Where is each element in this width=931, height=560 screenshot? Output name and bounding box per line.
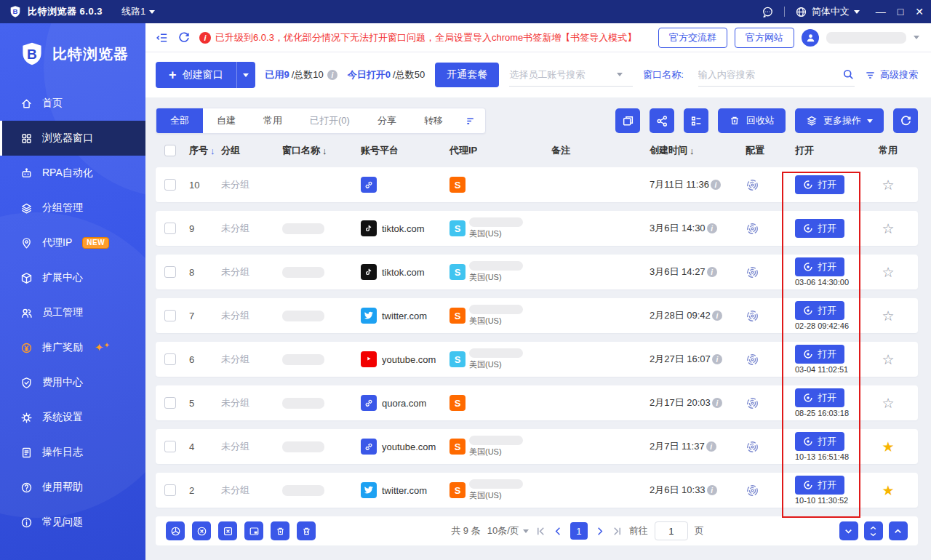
row-checkbox[interactable] — [164, 441, 176, 452]
tab-all[interactable]: 全部 — [156, 108, 203, 133]
fingerprint-config-icon[interactable] — [746, 309, 759, 323]
official-site-button[interactable]: 官方网站 — [735, 28, 794, 48]
goto-page-input[interactable] — [655, 521, 688, 540]
row-checkbox[interactable] — [164, 179, 176, 191]
sidebar-item-info[interactable]: 常见问题 — [0, 505, 145, 540]
first-page-icon[interactable] — [535, 526, 546, 537]
clear-cache-button[interactable] — [166, 521, 185, 540]
scroll-up-button[interactable] — [889, 521, 908, 540]
line-selector[interactable]: 线路1 — [121, 5, 155, 18]
fingerprint-config-icon[interactable] — [746, 265, 759, 279]
close-all-windows-button[interactable] — [192, 521, 211, 540]
row-checkbox[interactable] — [164, 353, 176, 365]
open-window-button[interactable]: 打开 — [795, 345, 844, 364]
share-button[interactable] — [650, 108, 674, 133]
current-page[interactable]: 1 — [570, 522, 588, 540]
row-checkbox[interactable] — [164, 266, 176, 278]
row-checkbox[interactable] — [164, 484, 176, 496]
sidebar-item-pin[interactable]: 代理IP NEW — [0, 225, 145, 260]
create-window-button[interactable]: +创建窗口 — [156, 62, 255, 88]
page-size-select[interactable]: 10条/页 — [487, 524, 529, 537]
sidebar-item-people[interactable]: 员工管理 — [0, 295, 145, 330]
favorite-star-icon[interactable]: ★ — [882, 440, 894, 454]
close-button[interactable]: ✕ — [915, 6, 924, 17]
avatar[interactable] — [802, 29, 819, 47]
favorite-star-icon[interactable]: ☆ — [882, 309, 894, 323]
open-window-button[interactable]: 打开 — [795, 301, 844, 320]
tab-transferred[interactable]: 转移 — [410, 108, 457, 133]
official-group-button[interactable]: 官方交流群 — [658, 28, 727, 48]
tab-shared[interactable]: 分享 — [364, 108, 410, 133]
recycle-bin-button[interactable]: 回收站 — [718, 108, 786, 133]
restore-trash-button[interactable] — [271, 521, 289, 540]
create-window-dropdown[interactable] — [236, 62, 255, 88]
minimize-button[interactable]: — — [876, 6, 886, 17]
chevron-down-icon[interactable] — [914, 36, 919, 39]
fingerprint-config-icon[interactable] — [746, 353, 759, 367]
scroll-down-button[interactable] — [839, 521, 858, 540]
window-name-search-input[interactable] — [698, 64, 838, 86]
sidebar-item-home[interactable]: 首页 — [0, 86, 145, 121]
batch-windows-button[interactable] — [615, 108, 640, 133]
favorite-star-icon[interactable]: ★ — [882, 484, 894, 497]
chevron-down-icon[interactable] — [617, 73, 623, 76]
support-chat-icon[interactable] — [762, 6, 774, 18]
tab-self-created[interactable]: 自建 — [203, 108, 249, 133]
share-icon — [656, 115, 668, 127]
fingerprint-config-icon[interactable] — [746, 178, 759, 192]
tab-opened[interactable]: 已打开(0) — [296, 108, 364, 133]
last-page-icon[interactable] — [612, 526, 623, 537]
open-window-button[interactable]: 打开 — [795, 388, 844, 407]
sort-desc-icon[interactable]: ↓ — [690, 145, 695, 156]
more-actions-button[interactable]: 更多操作 — [795, 108, 884, 133]
favorite-star-icon[interactable]: ☆ — [882, 222, 894, 236]
employee-account-select[interactable] — [509, 64, 617, 86]
sidebar-item-doc[interactable]: 操作日志 — [0, 435, 145, 470]
collapse-panel-button[interactable] — [864, 521, 883, 540]
language-selector[interactable]: 简体中文 — [795, 5, 860, 18]
open-window-button[interactable]: 打开 — [795, 175, 844, 194]
sort-desc-icon[interactable]: ↓ — [210, 145, 215, 156]
sidebar-item-robot[interactable]: RPA自动化 — [0, 156, 145, 191]
sidebar-item-box[interactable]: 扩展中心 — [0, 260, 145, 295]
row-checkbox[interactable] — [164, 310, 176, 321]
row-checkbox[interactable] — [164, 397, 176, 409]
favorite-star-icon[interactable]: ☆ — [882, 178, 894, 192]
sidebar-item-shield[interactable]: 费用中心 — [0, 365, 145, 400]
fingerprint-config-icon[interactable] — [746, 396, 759, 410]
select-all-checkbox[interactable] — [164, 145, 176, 156]
open-window-button[interactable]: 打开 — [795, 257, 844, 276]
sort-icon[interactable] — [457, 116, 485, 127]
platform-domain: tiktok.com — [382, 223, 425, 234]
row-checkbox[interactable] — [164, 223, 176, 234]
sidebar-item-gear[interactable]: 系统设置 — [0, 400, 145, 435]
prev-page-icon[interactable] — [553, 526, 564, 537]
open-window-button[interactable]: 打开 — [795, 432, 844, 451]
favorite-star-icon[interactable]: ☆ — [882, 353, 894, 367]
maximize-button[interactable]: □ — [898, 6, 903, 17]
fingerprint-config-icon[interactable] — [746, 440, 759, 454]
favorite-star-icon[interactable]: ☆ — [882, 396, 894, 410]
open-window-button[interactable]: 打开 — [795, 219, 844, 238]
open-plan-button[interactable]: 开通套餐 — [435, 63, 499, 87]
search-icon[interactable] — [842, 68, 855, 81]
sidebar-item-coin[interactable]: 推广奖励 ✦✦ — [0, 330, 145, 365]
refresh-list-button[interactable] — [893, 108, 918, 133]
advanced-search-button[interactable]: 高级搜索 — [865, 68, 918, 81]
favorite-star-icon[interactable]: ☆ — [882, 265, 894, 279]
arrange-windows-button[interactable] — [244, 521, 263, 540]
delete-button[interactable] — [297, 521, 316, 540]
next-page-icon[interactable] — [594, 526, 605, 537]
sidebar-item-help[interactable]: 使用帮助 — [0, 470, 145, 505]
open-window-button[interactable]: 打开 — [795, 476, 844, 495]
collapse-menu-icon[interactable] — [156, 31, 169, 44]
list-view-button[interactable] — [684, 108, 708, 133]
fingerprint-config-icon[interactable] — [746, 222, 759, 236]
sidebar-item-layers[interactable]: 分组管理 — [0, 191, 145, 225]
refresh-icon[interactable] — [177, 31, 191, 44]
close-window-button[interactable] — [218, 521, 237, 540]
sort-desc-icon[interactable]: ↓ — [322, 145, 327, 156]
sidebar-item-grid[interactable]: 浏览器窗口 — [0, 121, 145, 156]
tab-favorite[interactable]: 常用 — [249, 108, 296, 133]
fingerprint-config-icon[interactable] — [746, 484, 759, 497]
